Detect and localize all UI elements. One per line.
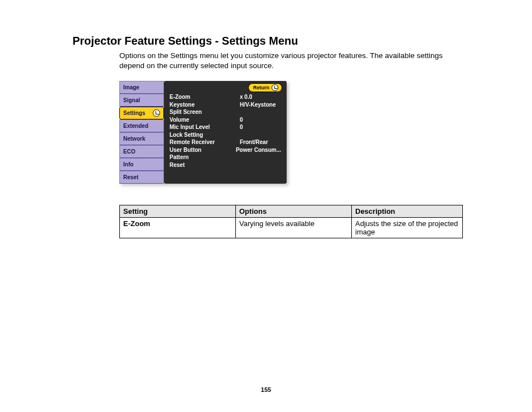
osd-return-label: Return: [253, 85, 269, 90]
osd-row-value: [240, 161, 281, 169]
osd-sidebar-item-label: Reset: [123, 174, 138, 180]
osd-sidebar-item-signal: Signal: [119, 94, 164, 107]
osd-row-value: 0: [240, 116, 281, 124]
osd-row-label: User Button: [170, 146, 201, 154]
osd-row: Split Screen: [170, 108, 281, 116]
osd-sidebar-item-label: Info: [123, 161, 133, 167]
col-description: Description: [352, 205, 463, 218]
osd-row: Volume0: [170, 116, 281, 124]
osd-row: Lock Setting: [170, 131, 281, 139]
osd-sidebar-item-label: Network: [123, 136, 145, 142]
cell-setting: E-Zoom: [120, 218, 236, 238]
osd-row-label: Mic Input Level: [170, 123, 210, 131]
osd-sidebar-item-label: Extended: [123, 123, 148, 129]
osd-row-value: [240, 131, 281, 139]
osd-sidebar-item-settings: Settings: [119, 107, 164, 119]
osd-row: E-Zoomx 0.0: [170, 93, 281, 101]
osd-sidebar-item-reset: Reset: [119, 171, 164, 184]
osd-sidebar-item-label: Image: [123, 84, 139, 90]
osd-row: Mic Input Level0: [170, 123, 281, 131]
osd-sidebar-item-label: ECO: [123, 148, 136, 155]
osd-row-value: Front/Rear: [240, 138, 281, 146]
page-title: Projector Feature Settings - Settings Me…: [72, 35, 465, 47]
osd-sidebar-item-label: Settings: [123, 110, 145, 116]
enter-icon: [272, 84, 278, 91]
osd-sidebar-item-eco: ECO: [119, 145, 164, 158]
osd-row: Pattern: [170, 154, 281, 161]
osd-panel: Return E-Zoomx 0.0KeystoneH/V-KeystoneSp…: [164, 81, 287, 184]
osd-sidebar-item-info: Info: [119, 158, 164, 171]
osd-rows: E-Zoomx 0.0KeystoneH/V-KeystoneSplit Scr…: [170, 93, 281, 169]
osd-sidebar-item-image: Image: [119, 81, 164, 94]
osd-row: Remote ReceiverFront/Rear: [170, 138, 281, 146]
osd-return-button: Return: [248, 83, 282, 92]
page-number: 155: [0, 386, 532, 393]
osd-row-label: Volume: [170, 116, 189, 124]
col-options: Options: [236, 205, 352, 218]
osd-row: User ButtonPower Consum...: [170, 146, 281, 154]
osd-sidebar-item-extended: Extended: [119, 119, 164, 132]
document-page: Projector Feature Settings - Settings Me…: [0, 0, 532, 412]
enter-icon: [153, 109, 160, 117]
osd-row-value: H/V-Keystone: [240, 101, 281, 109]
osd-row-label: E-Zoom: [170, 93, 190, 101]
settings-table: Setting Options Description E-ZoomVaryin…: [119, 205, 463, 238]
table-row: E-ZoomVarying levels availableAdjusts th…: [120, 218, 463, 238]
osd-row-value: [240, 108, 281, 116]
settings-table-body: E-ZoomVarying levels availableAdjusts th…: [120, 218, 463, 238]
intro-paragraph: Options on the Settings menu let you cus…: [119, 51, 465, 71]
osd-row: Reset: [170, 161, 281, 169]
osd-row: KeystoneH/V-Keystone: [170, 101, 281, 109]
osd-sidebar: ImageSignalSettingsExtendedNetworkECOInf…: [119, 81, 164, 184]
osd-row-label: Remote Receiver: [170, 138, 215, 146]
osd-row-value: Power Consum...: [236, 146, 281, 154]
osd-row-label: Split Screen: [170, 108, 202, 116]
osd-row-label: Keystone: [170, 101, 195, 109]
osd-row-value: [240, 154, 281, 161]
cell-description: Adjusts the size of the projected image: [352, 218, 463, 238]
osd-row-value: x 0.0: [240, 93, 281, 101]
osd-row-value: 0: [240, 123, 281, 131]
osd-row-label: Lock Setting: [170, 131, 203, 139]
cell-options: Varying levels available: [236, 218, 352, 238]
osd-sidebar-item-label: Signal: [123, 97, 140, 103]
table-header-row: Setting Options Description: [120, 205, 463, 218]
projector-osd-screenshot: ImageSignalSettingsExtendedNetworkECOInf…: [119, 81, 287, 184]
col-setting: Setting: [120, 205, 236, 218]
osd-sidebar-item-network: Network: [119, 132, 164, 145]
osd-row-label: Reset: [170, 161, 185, 169]
osd-row-label: Pattern: [170, 154, 188, 161]
